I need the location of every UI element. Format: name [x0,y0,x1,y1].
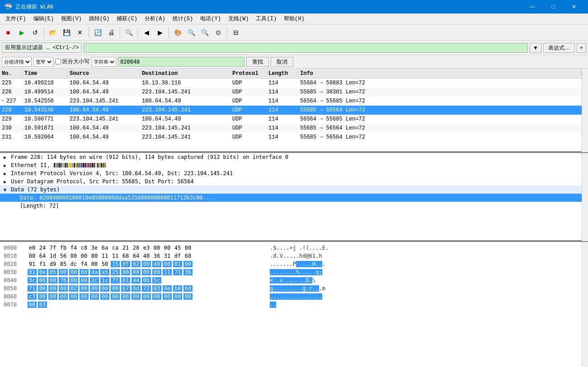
hex-byte[interactable]: 00 [142,293,151,300]
start-capture-button[interactable]: ▶ [15,26,28,39]
hex-byte[interactable]: 76 [59,277,68,283]
menu-item-g[interactable]: 跳转(G) [85,14,113,23]
hex-byte[interactable]: a5 [100,269,109,275]
hex-byte[interactable]: 00 [59,285,68,292]
list-item[interactable]: ▶Internet Protocol Version 4, Src: 100.6… [0,169,582,177]
hex-byte[interactable]: 00 [59,269,68,275]
hex-byte[interactable]: 00 [132,293,141,300]
hex-byte[interactable]: 0e [163,285,172,292]
hex-byte[interactable]: 5c [152,277,161,283]
list-item[interactable]: ▶Frame 228: 114 bytes on wire (912 bits)… [0,153,582,161]
find-packet-button[interactable]: 查找 [246,57,269,67]
hex-row[interactable]: 002091f1d985dcf4005015df020048000100....… [0,260,582,268]
menu-item-e[interactable]: 编辑(E) [30,14,58,23]
menu-item-w[interactable]: 无线(W) [225,14,253,23]
hex-byte[interactable]: f4 [69,245,78,251]
hex-row[interactable]: 0000e0247ffbf4c83e6aca2128e308004500.$..… [0,244,582,252]
hex-byte[interactable]: 00 [100,285,109,292]
hex-byte[interactable]: 44 [132,277,141,283]
hex-byte[interactable]: 11 [163,269,172,275]
hex-byte[interactable]: 00 [183,261,193,267]
filter-plus-button[interactable]: + [577,43,586,53]
menu-item-s[interactable]: 统计(S) [169,14,197,23]
hex-byte[interactable]: 36 [152,253,161,259]
zoom-out-button[interactable]: 🔍 [198,26,211,39]
hex-byte[interactable]: 3b [183,269,193,275]
search-width-select[interactable]: 宽窄 [33,57,53,67]
hex-byte[interactable]: 01 [173,261,182,267]
hex-byte[interactable]: 00 [80,277,89,283]
reload-button[interactable]: 🔃 [91,26,104,39]
hex-byte[interactable]: 00 [38,293,47,300]
hex-byte[interactable]: 00 [163,245,172,251]
menu-item-f[interactable]: 文件(F) [2,14,30,23]
menu-item-y[interactable]: 电话(Y) [197,14,225,23]
hex-byte[interactable]: 1d [48,253,57,259]
hex-byte[interactable]: 00 [173,293,182,300]
hex-byte[interactable]: 85 [59,261,68,267]
hex-byte[interactable]: fb [59,245,68,251]
cancel-find-button[interactable]: 取消 [271,57,293,67]
hex-byte[interactable]: 00 [59,293,68,300]
hex-row[interactable]: 0050710000000200000000678d72830eb86dq...… [0,284,582,293]
hex-byte[interactable]: 00 [100,293,109,300]
hex-byte[interactable]: 00 [80,253,89,259]
packet-list-scrollbar[interactable] [582,69,588,152]
hex-byte[interactable]: 00 [111,293,120,300]
hex-byte[interactable]: 31 [163,253,172,259]
filter-input[interactable] [84,43,528,53]
hex-byte[interactable]: 71 [28,285,37,292]
hex-byte[interactable]: 80 [90,253,99,259]
hex-byte[interactable]: ca [111,245,120,251]
hex-byte[interactable]: 00 [121,269,130,275]
search-value-input[interactable] [118,57,245,67]
hex-byte[interactable]: 00 [142,261,151,267]
hex-byte[interactable]: f4 [80,261,89,267]
hex-byte[interactable]: 00 [183,245,193,251]
hex-row[interactable]: 0030010e0500000ddaa5250000000011713b....… [0,268,582,276]
hex-byte[interactable]: 64 [132,253,141,259]
hex-byte[interactable]: 7f [111,277,120,283]
hex-byte[interactable]: 50 [100,261,109,267]
list-item[interactable]: [Length: 72] [0,202,582,210]
hex-byte[interactable]: 00 [38,277,47,283]
print-button[interactable]: 🖨 [105,26,118,39]
hex-byte[interactable]: 0b [142,277,151,283]
table-row[interactable]: 22610.499514100.64.54.49223.104.145.241U… [0,88,582,97]
search-string-select[interactable]: 字符串 [91,57,116,67]
list-item[interactable]: ▶User Datagram Protocol, Src Port: 55685… [0,177,582,186]
stop-capture-button[interactable]: ■ [2,26,14,39]
hex-byte[interactable]: 00 [90,261,99,267]
hex-byte[interactable]: 7f [48,245,57,251]
forward-button[interactable]: ▶ [154,26,166,39]
zoom-reset-button[interactable]: ⊙ [212,26,225,39]
table-row[interactable]: 23110.592064100.64.54.49223.104.145.241U… [0,133,582,142]
hex-byte[interactable]: 67 [121,285,130,292]
hex-byte[interactable]: 91 [28,261,37,267]
hex-byte[interactable]: 00 [80,285,89,292]
hex-byte[interactable]: 15 [111,261,120,267]
hex-byte[interactable]: 05 [48,269,57,275]
hex-byte[interactable]: 00 [48,285,57,292]
hex-byte[interactable]: 64 [38,253,47,259]
hex-byte[interactable]: 8d [132,285,141,292]
hex-byte[interactable]: 00 [90,285,99,292]
filter-label[interactable]: 应用显示过滤器 … <Ctrl-/> [2,42,82,53]
hex-byte[interactable]: 40 [142,253,151,259]
hex-byte[interactable]: 28 [132,245,141,251]
hex-byte[interactable]: 01 [121,277,130,283]
hex-byte[interactable]: 0e [38,269,47,275]
hex-byte[interactable]: b8 [173,285,182,292]
open-button[interactable]: 📂 [47,26,59,39]
hex-byte[interactable]: 6d [183,285,193,292]
hex-byte[interactable]: 11 [111,253,120,259]
menu-item-i[interactable]: 工具(I) [252,14,280,23]
hex-byte[interactable]: 00 [69,277,78,283]
filter-dropdown-button[interactable]: ▼ [530,43,541,53]
hex-byte[interactable]: c8 [80,245,89,251]
packet-detail[interactable]: ▶Frame 228: 114 bytes on wire (912 bits)… [0,153,582,241]
hex-byte[interactable]: 00 [121,293,130,300]
hex-byte[interactable]: 68 [183,253,193,259]
hex-byte[interactable]: 08 [152,245,161,251]
hex-byte[interactable]: 11 [100,253,109,259]
